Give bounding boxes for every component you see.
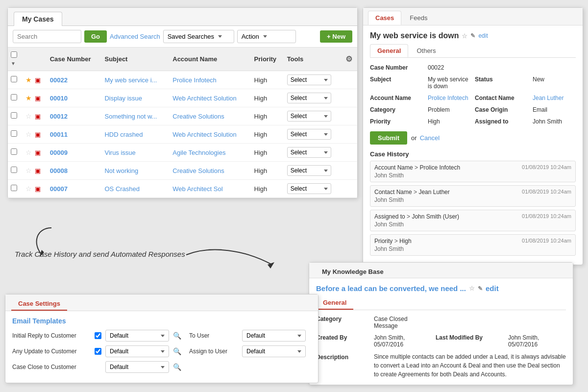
row-checkbox[interactable] (11, 185, 17, 191)
delete-icon[interactable]: ▣ (35, 185, 41, 193)
saved-searches-dropdown[interactable]: Saved Searches (163, 30, 234, 43)
settings-select-1[interactable]: Default (105, 345, 169, 357)
label-account-name: Account Name (370, 93, 424, 103)
new-button[interactable]: + New (320, 30, 352, 43)
kb-tab-label[interactable]: My Knowledge Base (315, 266, 391, 278)
kb-edit-link[interactable]: edit (486, 284, 499, 293)
select-dropdown-row[interactable]: Select (287, 165, 331, 176)
subject-cell[interactable]: Virus issue (101, 144, 170, 162)
row-checkbox[interactable] (11, 76, 17, 82)
settings-row-label2: Assign to User (189, 348, 238, 355)
advanced-search-link[interactable]: Advanced Search (110, 33, 160, 40)
my-cases-tab[interactable]: My Cases (14, 12, 62, 26)
subject-cell[interactable]: OS Crashed (101, 180, 170, 198)
case-star-icon[interactable]: ☆ (462, 32, 467, 40)
row-checkbox[interactable] (11, 167, 17, 173)
th-priority: Priority (251, 48, 284, 71)
kb-value-category: Case Closed Message (374, 314, 432, 331)
settings-search-icon[interactable]: 🔍 (173, 347, 181, 355)
subtab-general[interactable]: General (370, 44, 408, 57)
settings-checkbox[interactable] (95, 332, 101, 339)
select-dropdown-row[interactable]: Select (287, 111, 331, 122)
history-item: Assigned to > John Smith (User) 01/08/20… (370, 210, 576, 231)
select-chevron-icon (324, 188, 328, 190)
value-contact-name[interactable]: Jean Luther (533, 93, 576, 103)
settings-search-icon[interactable]: 🔍 (173, 363, 181, 371)
account-cell[interactable]: Prolice Infotech (170, 71, 251, 89)
case-number-cell[interactable]: 00011 (47, 125, 102, 144)
delete-icon[interactable]: ▣ (35, 76, 41, 84)
delete-icon[interactable]: ▣ (35, 149, 41, 156)
priority-cell: High (251, 125, 284, 144)
subject-cell[interactable]: HDD crashed (101, 125, 170, 144)
go-button[interactable]: Go (84, 30, 107, 43)
subject-cell[interactable]: Something not w... (101, 107, 170, 125)
tab-cases[interactable]: Cases (368, 11, 401, 25)
case-number-cell[interactable]: 00012 (47, 107, 102, 125)
kb-edit-icon[interactable]: ✎ (478, 285, 483, 292)
search-input[interactable] (13, 30, 81, 43)
case-number-cell[interactable]: 00008 (47, 162, 102, 180)
case-number-cell[interactable]: 00009 (47, 144, 102, 162)
delete-icon[interactable]: ▣ (35, 131, 41, 138)
tab-feeds[interactable]: Feeds (402, 11, 435, 25)
row-checkbox[interactable] (11, 148, 17, 155)
select-cell: Select (284, 144, 343, 162)
delete-icon[interactable]: ▣ (35, 113, 41, 120)
account-cell[interactable]: Agile Technologies (170, 144, 251, 162)
priority-cell: High (251, 107, 284, 125)
settings-select-2[interactable]: Default (242, 345, 306, 357)
label-empty1 (475, 63, 529, 73)
table-row: ★ ▣ 00022 My web service i... Prolice In… (8, 71, 357, 89)
settings-tab-label[interactable]: Case Settings (11, 297, 67, 311)
case-edit-icon[interactable]: ✎ (470, 32, 475, 39)
value-account-name[interactable]: Prolice Infotech (428, 93, 471, 103)
row-checkbox[interactable] (11, 112, 17, 119)
account-cell[interactable]: Web Architect Solution (170, 125, 251, 144)
subject-cell[interactable]: My web service i... (101, 71, 170, 89)
starred-icon[interactable]: ★ (25, 76, 32, 84)
kb-subtab-general[interactable]: General (316, 296, 353, 310)
account-cell[interactable]: Creative Solutions (170, 107, 251, 125)
star-empty-icon[interactable]: ☆ (25, 112, 32, 120)
star-empty-icon[interactable]: ☆ (25, 185, 32, 193)
settings-checkbox[interactable] (95, 348, 101, 355)
submit-button[interactable]: Submit (370, 131, 407, 145)
select-dropdown-row[interactable]: Select (287, 93, 331, 103)
star-empty-icon[interactable]: ☆ (25, 148, 32, 156)
row-checkbox[interactable] (11, 130, 17, 137)
delete-icon[interactable]: ▣ (35, 95, 41, 102)
starred-icon[interactable]: ★ (25, 94, 32, 102)
star-empty-icon[interactable]: ☆ (25, 167, 32, 174)
th-gear[interactable]: ⚙ (343, 48, 357, 71)
subtab-others[interactable]: Others (409, 44, 443, 57)
star-empty-icon[interactable]: ☆ (25, 130, 32, 138)
kb-value-empty (508, 314, 566, 331)
account-cell[interactable]: Creative Solutions (170, 162, 251, 180)
history-date: 01/08/2019 10:24am (522, 189, 571, 196)
select-dropdown-row[interactable]: Select (287, 74, 331, 85)
account-cell[interactable]: Web Architect Sol (170, 180, 251, 198)
select-dropdown-row[interactable]: Select (287, 147, 331, 158)
subject-cell[interactable]: Not working (101, 162, 170, 180)
settings-select-2[interactable]: Default (242, 330, 306, 342)
kb-star-icon[interactable]: ☆ (469, 285, 475, 292)
case-edit-link[interactable]: edit (478, 32, 488, 39)
settings-select-1[interactable]: Default (105, 361, 169, 373)
subject-cell[interactable]: Display issue (101, 89, 170, 107)
case-number-cell[interactable]: 00022 (47, 71, 102, 89)
select-dropdown-row[interactable]: Select (287, 129, 331, 140)
select-all-checkbox[interactable] (11, 51, 17, 58)
case-number-cell[interactable]: 00010 (47, 89, 102, 107)
select-dropdown-row[interactable]: Select (287, 183, 331, 194)
row-checkbox[interactable] (11, 94, 17, 100)
cancel-link[interactable]: Cancel (420, 134, 440, 142)
account-cell[interactable]: Web Architect Solution (170, 89, 251, 107)
case-number-cell[interactable]: 00007 (47, 180, 102, 198)
kb-label-category: Category (316, 314, 370, 331)
action-dropdown[interactable]: Action (237, 30, 296, 43)
settings-search-icon[interactable]: 🔍 (173, 332, 181, 340)
kb-tab-row: My Knowledge Base (309, 263, 573, 278)
settings-select-1[interactable]: Default (105, 330, 169, 342)
delete-icon[interactable]: ▣ (35, 167, 41, 174)
